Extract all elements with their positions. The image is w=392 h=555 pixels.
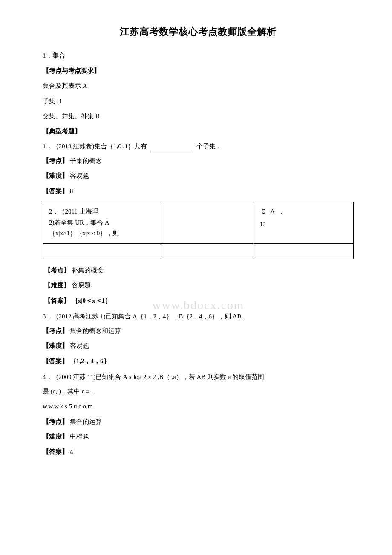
problem-4-statement2: 是 (c, )，其中 c＝． (43, 386, 354, 397)
jiaobingbu: 交集、并集、补集 B (43, 111, 354, 122)
problem-4-nandu: 【难度】 中档题 (43, 431, 354, 442)
problem-2-line2: 2)若全集 UR，集合 A (49, 217, 155, 228)
problem-2-kaodian: 【考点】 补集的概念 (44, 265, 354, 276)
problem-2-u: U (260, 219, 347, 230)
problem-4-website: w.w.w.k.s.5.u.c.o.m (43, 401, 354, 412)
problem-1-kaodian: 【考点】 子集的概念 (43, 156, 354, 167)
problem-4-kaodian: 【考点】 集合的运算 (43, 416, 354, 428)
jihebiaoshi: 集合及其表示 A (43, 81, 354, 92)
problem-2-answer: 【答案】 ｛x|0＜x＜1｝ (44, 295, 354, 306)
problem-2-left-cell: 2．（2011 上海理 2)若全集 UR，集合 A ｛x|x≥1｝｛x|x＜0｝… (43, 202, 161, 244)
problem-3-kaodian: 【考点】 集合的概念和运算 (43, 326, 354, 337)
problem-2-empty-row (43, 243, 354, 259)
problem-4-statement: 4．（2009 江苏 11)已知集合 A x log 2 x 2 ,B（ ,a）… (43, 372, 354, 383)
problem-3-nandu: 【难度】 容易题 (43, 341, 354, 352)
problem-1-blank (150, 152, 193, 152)
section-1-heading: 1．集合 (43, 50, 354, 61)
problem-1-statement: 1．（2013 江苏卷)集合｛1,0 ,1｝共有 个子集． (43, 141, 354, 152)
problem-2-ca: ＣＡ． (260, 206, 347, 217)
problem-1-nandu: 【难度】 容易题 (43, 171, 354, 182)
problem-2-empty-middle (161, 243, 254, 259)
ziji: 子集 B (43, 96, 354, 107)
problem-2-main-row: 2．（2011 上海理 2)若全集 UR，集合 A ｛x|x≥1｝｛x|x＜0｝… (43, 202, 354, 244)
problem-2-empty-right (254, 243, 353, 259)
problem-2-right-cell: ＣＡ． U (254, 202, 353, 244)
problem-2-nandu: 【难度】 容易题 (44, 280, 354, 291)
problem-1-answer: 【答案】 8 (43, 186, 354, 197)
problem-2-middle-cell (161, 202, 254, 244)
problem-2-line3: ｛x|x≥1｝｛x|x＜0｝，则 (49, 228, 155, 239)
problem-3-statement: 3．（2012 高考江苏 1)已知集合 A｛1，2，4｝，B｛2，4，6｝，则 … (43, 311, 354, 322)
problem-3-answer: 【答案】 ｛1,2，4，6｝ (43, 356, 354, 367)
dianxing-kaoti-label: 【典型考题】 (43, 126, 354, 137)
problem-2-empty-left (43, 243, 161, 259)
kaodian-yaoqiu-label: 【考点与考点要求】 (43, 66, 354, 77)
problem-2-table: 2．（2011 上海理 2)若全集 UR，集合 A ｛x|x≥1｝｛x|x＜0｝… (43, 202, 354, 259)
problem-4-answer: 【答案】 4 (43, 447, 354, 458)
problem-2-line1: 2．（2011 上海理 (49, 206, 155, 217)
page-title: 江苏高考数学核心考点教师版全解析 (43, 26, 354, 38)
